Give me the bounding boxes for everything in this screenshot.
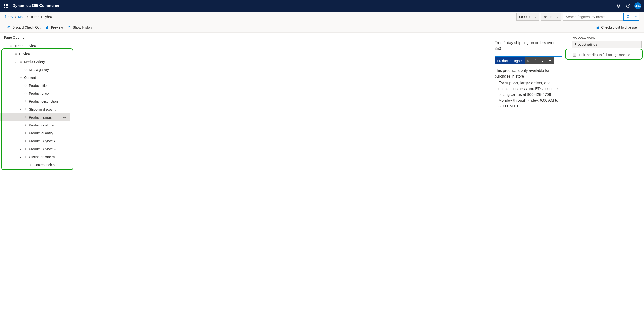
svg-point-2: [627, 15, 629, 17]
tree-item-label: Product Buybox Add To Cart: [29, 139, 60, 143]
tree-item[interactable]: ›✧Product Buybox Find In Store⋯: [0, 145, 70, 153]
tree-item[interactable]: ⌄🗎1Prod_Buybox⋯: [0, 42, 70, 50]
module-icon: ✧: [28, 163, 32, 167]
channel-select[interactable]: 000037 ⌄: [516, 13, 539, 21]
more-icon[interactable]: ⋯: [61, 115, 68, 119]
chevron-right-icon[interactable]: ›: [19, 148, 22, 150]
checkout-status-text: Checked out to drbesse: [601, 25, 637, 29]
module-icon: ✧: [24, 147, 28, 151]
notifications-icon[interactable]: [614, 1, 623, 10]
module-icon: ✧: [24, 124, 28, 127]
move-down-icon[interactable]: ▾: [546, 57, 554, 64]
locale-select[interactable]: ne-us ⌄: [541, 13, 561, 21]
breadcrumb-page: 1Prod_Buybox: [30, 15, 52, 19]
history-icon: ↺: [68, 25, 71, 29]
preview-label: Preview: [51, 25, 63, 29]
module-icon: ✧: [24, 139, 28, 143]
delete-icon[interactable]: [532, 57, 539, 64]
support-message: For support, larger orders, and special …: [494, 80, 562, 109]
history-button[interactable]: ↺ Show History: [65, 22, 95, 32]
module-name-label: MODULE NAME: [570, 35, 644, 41]
module-name-input[interactable]: [572, 41, 642, 48]
module-icon: ✧: [24, 68, 28, 71]
discard-button[interactable]: ↶ Discard Check Out: [5, 22, 43, 32]
discard-label: Discard Check Out: [12, 25, 40, 29]
breadcrumb-bar: fedev › Main › 1Prod_Buybox 000037 ⌄ ne-…: [0, 11, 644, 22]
undo-icon: ↶: [7, 25, 10, 29]
page-icon: 🗎: [9, 44, 13, 48]
tree-item-label: Product configure module: [29, 123, 60, 127]
module-icon: ✧: [24, 116, 28, 119]
locale-value: ne-us: [544, 15, 552, 19]
slot-icon: ▭: [14, 52, 18, 55]
brand-title: Dynamics 365 Commerce: [12, 3, 59, 8]
tree-item[interactable]: ⌄▭Media Gallery⋯: [0, 58, 70, 66]
module-icon: ✧: [24, 84, 28, 87]
tree-item-label: Product title: [29, 84, 60, 87]
top-navbar: Dynamics 365 Commerce MRG: [0, 0, 644, 11]
command-bar: ↶ Discard Check Out 🗎 Preview ↺ Show His…: [0, 22, 644, 33]
tree-item[interactable]: ›✧Product Buybox Add To Cart⋯: [0, 137, 70, 145]
chevron-down-icon[interactable]: ⌄: [19, 155, 22, 158]
chevron-down-icon[interactable]: ⌄: [9, 52, 12, 55]
search-input[interactable]: [563, 13, 623, 21]
search-button[interactable]: [623, 13, 633, 21]
tree-item-label: Content rich block item 1: [34, 163, 60, 167]
tree-item-label: Product Buybox Find In Store: [29, 147, 60, 151]
chevron-down-icon[interactable]: ⌄: [14, 76, 17, 79]
page-outline-panel: Page Outline ⌄🗎1Prod_Buybox⋯⌄▭Buybox⋯⌄▭M…: [0, 33, 70, 313]
tree-item-label: Product description: [29, 99, 60, 103]
checkout-status: Checked out to drbesse: [596, 25, 639, 29]
move-up-icon[interactable]: ▴: [539, 57, 546, 64]
chevron-down-icon[interactable]: ⌄: [14, 60, 17, 63]
tree-item[interactable]: ›✧Product configure module⋯: [0, 121, 70, 129]
main-area: Page Outline ⌄🗎1Prod_Buybox⋯⌄▭Buybox⋯⌄▭M…: [0, 33, 644, 313]
search-dropdown[interactable]: ▾: [633, 13, 639, 21]
tree-item[interactable]: ›✧Product ratings⋯: [0, 113, 70, 121]
chevron-right-icon[interactable]: ›: [19, 108, 22, 111]
chevron-down-icon[interactable]: ⌄: [4, 44, 8, 47]
history-label: Show History: [73, 25, 92, 29]
chevron-right-icon: ›: [15, 15, 16, 19]
selected-module-toolbar: Product ratings ▾ ⧉ ▴ ▾: [494, 56, 562, 64]
tree-item[interactable]: ⌄▭Content⋯: [0, 73, 70, 81]
tree-item-label: Content: [24, 76, 60, 80]
tree-item[interactable]: ›✧Product quantity⋯: [0, 129, 70, 137]
checkbox-label: Link the click to full ratings module: [579, 53, 630, 57]
channel-value: 000037: [519, 15, 530, 19]
tree-item-label: Customer care message: [29, 155, 60, 159]
module-icon: ✧: [24, 155, 28, 159]
caret-down-icon: ▾: [521, 60, 522, 62]
breadcrumb-site[interactable]: fedev: [5, 15, 13, 19]
tree-item[interactable]: ›✧Content rich block item 1⋯: [0, 161, 70, 169]
chevron-down-icon: ⌄: [535, 15, 537, 18]
tree-item-label: Product price: [29, 92, 60, 95]
tree-item-label: Media gallery: [29, 68, 60, 72]
tree-item[interactable]: ›✧Product price⋯: [0, 89, 70, 97]
module-badge[interactable]: Product ratings ▾: [494, 57, 525, 64]
tree-item[interactable]: ›✧Product title⋯: [0, 81, 70, 89]
tree-item-label: 1Prod_Buybox: [14, 44, 60, 48]
outline-title: Page Outline: [0, 33, 70, 42]
checkbox[interactable]: ✓: [573, 53, 576, 57]
svg-point-1: [628, 7, 628, 7]
help-icon[interactable]: [623, 1, 633, 10]
outline-tree: ⌄🗎1Prod_Buybox⋯⌄▭Buybox⋯⌄▭Media Gallery⋯…: [0, 42, 70, 313]
module-icon: ✧: [24, 108, 28, 111]
link-checkbox-row[interactable]: ✓ Link the click to full ratings module: [570, 51, 644, 59]
user-avatar[interactable]: MRG: [634, 2, 641, 9]
tree-item[interactable]: ⌄✧Customer care message⋯: [0, 153, 70, 161]
breadcrumb-channel[interactable]: Main: [18, 15, 25, 19]
tree-item-label: Buybox: [19, 52, 60, 56]
tree-item[interactable]: ›✧Shipping discount message⋯: [0, 105, 70, 113]
tree-item[interactable]: ⌄▭Buybox⋯: [0, 50, 70, 58]
preview-button[interactable]: 🗎 Preview: [43, 22, 65, 32]
document-icon: 🗎: [45, 25, 49, 29]
copy-icon[interactable]: ⧉: [525, 57, 532, 64]
slot-icon: ▭: [19, 60, 22, 63]
tree-item[interactable]: ›✧Product description⋯: [0, 97, 70, 105]
module-badge-label: Product ratings: [497, 59, 520, 63]
app-launcher-icon[interactable]: [3, 2, 10, 9]
shipping-message: Free 2-day shipping on orders over $50: [494, 40, 562, 51]
tree-item[interactable]: ›✧Media gallery⋯: [0, 66, 70, 73]
